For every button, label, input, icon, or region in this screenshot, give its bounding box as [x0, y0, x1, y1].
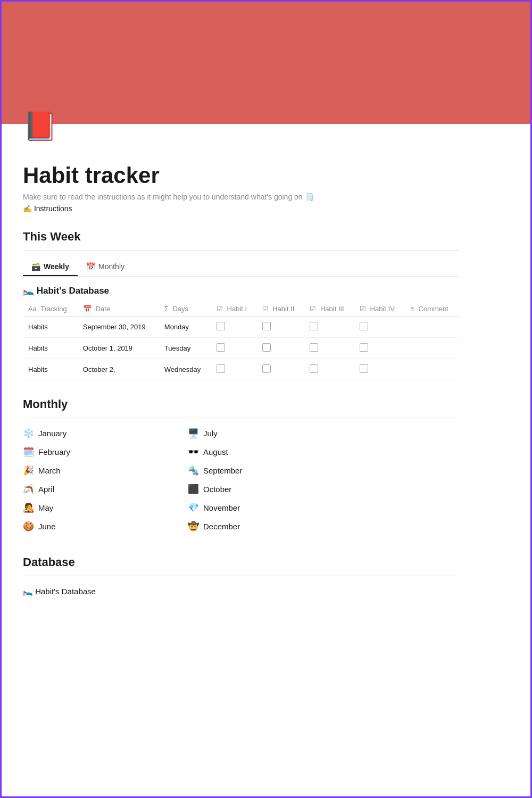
page-title: Habit tracker — [23, 163, 459, 188]
weekly-tab-icon: 🗃️ — [31, 262, 40, 271]
row2-days: Tuesday — [159, 338, 211, 359]
july-icon: 🖥️ — [188, 428, 199, 439]
monthly-section: Monthly ❄️ January 🖥️ July 🗓️ February 🕶… — [23, 397, 459, 534]
row1-comment — [405, 317, 459, 338]
row2-habit4[interactable] — [354, 338, 405, 359]
november-icon: 💎 — [188, 502, 199, 513]
table-row: Habits October 2, Wednesday — [23, 359, 459, 380]
january-label: January — [38, 429, 66, 438]
june-icon: 🍪 — [23, 521, 34, 532]
row3-habit3[interactable] — [304, 359, 354, 380]
monthly-tab-icon: 📅 — [86, 262, 95, 271]
col-days: Σ Days — [159, 302, 211, 317]
monthly-grid: ❄️ January 🖥️ July 🗓️ February 🕶️ August… — [23, 426, 342, 534]
tab-weekly[interactable]: 🗃️ Weekly — [23, 258, 78, 276]
row2-habit2[interactable] — [257, 338, 305, 359]
october-label: October — [203, 485, 231, 494]
august-icon: 🕶️ — [188, 446, 199, 458]
database-divider — [23, 576, 459, 576]
month-item-october[interactable]: ⬛ October — [188, 481, 342, 497]
row3-habit1[interactable] — [211, 359, 257, 380]
table-row: Habits October 1, 2019 Tuesday — [23, 338, 459, 359]
database-section: Database 🛌 Habit's Database — [23, 555, 459, 600]
month-item-july[interactable]: 🖥️ July — [188, 426, 342, 441]
month-item-november[interactable]: 💎 November — [188, 500, 342, 516]
month-item-september[interactable]: 🔩 September — [188, 463, 342, 478]
this-week-title: This Week — [23, 230, 459, 244]
db-title-text: 🛌 Habit's Database — [23, 285, 109, 296]
march-label: March — [38, 466, 61, 475]
row3-days: Wednesday — [159, 359, 211, 380]
month-item-february[interactable]: 🗓️ February — [23, 444, 177, 460]
february-icon: 🗓️ — [23, 446, 34, 458]
august-label: August — [203, 447, 228, 456]
page-icon: 📕 — [23, 110, 530, 143]
march-icon: 🎉 — [23, 465, 34, 476]
row3-habit4[interactable] — [354, 359, 405, 380]
row3-habit2[interactable] — [257, 359, 305, 380]
monthly-tab-label: Monthly — [98, 262, 124, 271]
month-item-december[interactable]: 🤠 December — [188, 519, 342, 534]
row3-tracking: Habits — [23, 359, 78, 380]
row2-habit3[interactable] — [304, 338, 354, 359]
tab-monthly[interactable]: 📅 Monthly — [78, 258, 133, 276]
december-icon: 🤠 — [188, 521, 199, 532]
month-item-august[interactable]: 🕶️ August — [188, 444, 342, 460]
row2-tracking: Habits — [23, 338, 78, 359]
col-habit4: ☑ Habit IV — [354, 302, 405, 317]
january-icon: ❄️ — [23, 428, 34, 439]
habits-table: Aa Tracking 📅 Date Σ Days ☑ Habit I ☑ Ha… — [23, 302, 459, 380]
row1-tracking: Habits — [23, 317, 78, 338]
october-icon: ⬛ — [188, 484, 199, 495]
june-label: June — [38, 522, 56, 531]
month-item-april[interactable]: 🪃 April — [23, 481, 177, 497]
col-habit2: ☑ Habit II — [257, 302, 305, 317]
monthly-title: Monthly — [23, 397, 459, 411]
col-habit1: ☑ Habit I — [211, 302, 257, 317]
row1-habit1[interactable] — [211, 317, 257, 338]
may-label: May — [38, 503, 53, 512]
instructions-link[interactable]: ✍️ Instructions — [23, 204, 459, 213]
row1-days: Monday — [159, 317, 211, 338]
habits-database-title: 🛌 Habit's Database — [23, 285, 459, 296]
april-icon: 🪃 — [23, 484, 34, 495]
april-label: April — [38, 485, 54, 494]
monthly-divider — [23, 418, 459, 418]
page-subtitle: Make sure to read the instructions as it… — [23, 193, 459, 201]
month-item-june[interactable]: 🍪 June — [23, 519, 177, 534]
row1-habit3[interactable] — [304, 317, 354, 338]
table-row: Habits September 30, 2019 Monday — [23, 317, 459, 338]
col-tracking: Aa Tracking — [23, 302, 78, 317]
december-label: December — [203, 522, 240, 531]
month-item-may[interactable]: 🧑‍🎤 May — [23, 500, 177, 516]
row1-habit4[interactable] — [354, 317, 405, 338]
this-week-divider — [23, 250, 459, 251]
month-item-january[interactable]: ❄️ January — [23, 426, 177, 441]
july-label: July — [203, 429, 218, 438]
row2-comment — [405, 338, 459, 359]
september-label: September — [203, 466, 242, 475]
weekly-tab-label: Weekly — [44, 262, 69, 271]
row2-date: October 1, 2019 — [78, 338, 159, 359]
main-content: Habit tracker Make sure to read the inst… — [2, 143, 480, 631]
col-habit3: ☑ Habit III — [304, 302, 354, 317]
tabs-container: 🗃️ Weekly 📅 Monthly — [23, 258, 459, 277]
col-date: 📅 Date — [78, 302, 159, 317]
november-label: November — [203, 503, 240, 512]
row1-date: September 30, 2019 — [78, 317, 159, 338]
hero-banner — [2, 2, 530, 124]
col-comment: ≡ Comment — [405, 302, 459, 317]
row3-comment — [405, 359, 459, 380]
database-title: Database — [23, 555, 459, 569]
row1-habit2[interactable] — [257, 317, 305, 338]
row2-habit1[interactable] — [211, 338, 257, 359]
habits-database-link[interactable]: 🛌 Habit's Database — [23, 584, 459, 600]
february-label: February — [38, 447, 70, 456]
row3-date: October 2, — [78, 359, 159, 380]
september-icon: 🔩 — [188, 465, 199, 476]
may-icon: 🧑‍🎤 — [23, 502, 34, 513]
month-item-march[interactable]: 🎉 March — [23, 463, 177, 478]
